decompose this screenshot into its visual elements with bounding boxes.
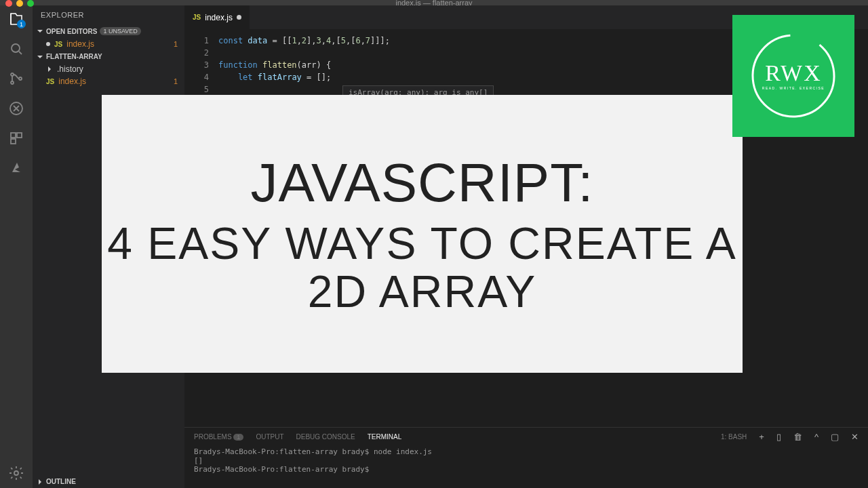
file-name: index.js [58,77,170,86]
logo-text: RWX [765,60,821,85]
chevron-right-icon [46,66,53,73]
output-tab[interactable]: OUTPUT [256,433,283,441]
project-header[interactable]: FLATTEN-ARRAY [33,50,184,63]
chevron-down-icon [37,54,43,60]
azure-icon[interactable] [8,160,24,176]
window-controls [5,0,34,7]
js-file-icon: JS [46,78,54,85]
svg-point-1 [11,73,14,76]
minimize-window-icon[interactable] [16,0,23,7]
close-window-icon[interactable] [5,0,12,7]
open-editor-name: index.js [66,39,170,49]
dirty-dot-icon [46,42,50,46]
problems-badge: 1 [233,434,243,441]
file-count: 1 [174,77,178,85]
editor-tab[interactable]: JS index.js [184,5,250,29]
unsaved-badge: 1 UNSAVED [100,27,140,35]
project-label: FLATTEN-ARRAY [46,53,102,60]
overlay-subheading: 4 EASY WAYS TO CREATE A 2D ARRAY [102,220,743,317]
dirty-dot-icon [237,15,241,20]
svg-rect-6 [17,133,22,138]
explorer-icon[interactable]: 1 [8,11,24,27]
open-editors-label: OPEN EDITORS [46,28,97,35]
js-file-icon: JS [193,14,201,21]
svg-point-3 [19,77,22,80]
tab-name: index.js [205,13,233,22]
chevron-down-icon [37,28,43,35]
open-editor-item[interactable]: JS index.js 1 [33,38,184,50]
problems-tab[interactable]: PROBLEMS 1 [194,433,243,441]
js-file-icon: JS [54,41,62,48]
title-overlay: JAVASCRIPT: 4 EASY WAYS TO CREATE A 2D A… [102,95,743,373]
open-editor-count: 1 [174,40,178,48]
source-control-icon[interactable] [8,70,24,87]
debug-icon[interactable] [8,100,24,117]
split-terminal-icon[interactable]: ▯ [776,432,781,442]
new-terminal-icon[interactable]: + [759,432,764,442]
terminal-body[interactable]: Bradys-MacBook-Pro:flatten-array brady$ … [184,446,868,475]
maximize-panel-icon[interactable]: ▢ [831,432,839,442]
folder-name: .history [57,64,178,74]
debug-console-tab[interactable]: DEBUG CONSOLE [296,433,355,441]
explorer-title: EXPLORER [33,5,184,24]
maximize-window-icon[interactable] [27,0,34,7]
chevron-up-icon[interactable]: ^ [814,432,818,442]
terminal-shell-select[interactable]: 1: bash [721,433,747,441]
svg-point-0 [12,44,20,52]
open-editors-header[interactable]: OPEN EDITORS 1 UNSAVED [33,24,184,38]
kill-terminal-icon[interactable]: 🗑 [793,432,802,442]
folder-item[interactable]: .history [33,63,184,75]
terminal-panel: PROBLEMS 1 OUTPUT DEBUG CONSOLE TERMINAL… [184,427,868,488]
svg-rect-5 [11,133,16,138]
extensions-icon[interactable] [8,130,24,146]
explorer-badge: 1 [17,20,26,28]
logo-subtext: READ. WRITE. EXERCISE [762,86,825,90]
title-bar: index.js — flatten-array [0,0,868,5]
rwx-logo: RWX READ. WRITE. EXERCISE [732,15,854,137]
activity-bar: 1 [0,5,33,488]
svg-point-8 [14,471,18,475]
chevron-right-icon [37,479,43,485]
overlay-heading: JAVASCRIPT: [251,152,594,214]
svg-rect-7 [11,139,16,144]
outline-header[interactable]: OUTLINE [33,475,184,488]
file-item[interactable]: JS index.js 1 [33,75,184,87]
outline-label: OUTLINE [46,478,76,485]
svg-point-2 [11,81,14,84]
panel-tabs: PROBLEMS 1 OUTPUT DEBUG CONSOLE TERMINAL… [184,428,868,446]
settings-gear-icon[interactable] [8,465,24,481]
search-icon[interactable] [8,41,24,57]
terminal-tab[interactable]: TERMINAL [368,433,402,441]
close-panel-icon[interactable]: ✕ [851,432,859,442]
